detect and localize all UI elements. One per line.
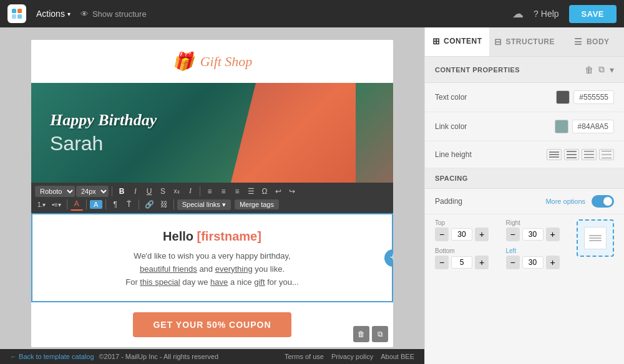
padding-bottom-group: Bottom − + xyxy=(435,247,500,269)
italic-button[interactable]: I xyxy=(129,186,142,197)
padding-top-increase[interactable]: + xyxy=(475,228,489,241)
more-options-link[interactable]: More options xyxy=(545,198,585,205)
bullet-list-button[interactable]: •≡▾ xyxy=(49,200,63,209)
text-color-swatch[interactable] xyxy=(556,90,570,104)
content-paragraph-3: For this special day we have a nice gift… xyxy=(57,276,367,289)
cta-area: GET YOUR 50% COUPON 🗑 ⧉ xyxy=(31,302,393,347)
unlink-button[interactable]: ⛓ xyxy=(158,199,170,210)
terms-link[interactable]: Terms of use xyxy=(285,353,324,360)
help-icon: ? xyxy=(534,9,539,19)
spacing-section-header: SPACING xyxy=(425,168,624,189)
svg-rect-8 xyxy=(567,154,577,155)
delete-section-button[interactable]: 🗑 xyxy=(585,64,593,75)
about-bee-link[interactable]: About BEE xyxy=(381,353,414,360)
save-button[interactable]: SAVE xyxy=(569,5,617,23)
bg-color-button[interactable]: A xyxy=(90,200,102,209)
text-color-row: Text color #555555 xyxy=(425,83,624,112)
link-color-swatch[interactable] xyxy=(555,120,568,133)
undo-button[interactable]: ↩ xyxy=(272,186,285,197)
padding-right-decrease[interactable]: − xyxy=(506,228,520,241)
toolbar-separator-5 xyxy=(105,199,106,209)
privacy-link[interactable]: Privacy policy xyxy=(331,353,373,360)
tab-content[interactable]: ⊞ CONTENT xyxy=(425,27,489,56)
show-structure-button[interactable]: 👁 Show structure xyxy=(80,9,147,19)
padding-values-area: Top − + Right − + xyxy=(425,214,624,274)
justify-button[interactable]: ☰ xyxy=(245,186,257,197)
padding-right-increase[interactable]: + xyxy=(546,228,560,241)
padding-left-decrease[interactable]: − xyxy=(506,256,520,269)
actions-button[interactable]: Actions ▾ xyxy=(36,9,71,19)
diagram-inner xyxy=(584,227,607,249)
padding-diagram xyxy=(577,219,614,257)
bold-button[interactable]: B xyxy=(115,186,128,197)
toolbar-separator xyxy=(112,186,112,196)
padding-bottom-input[interactable] xyxy=(451,256,472,269)
line-height-compact-button[interactable] xyxy=(547,149,562,160)
numbered-list-button[interactable]: 1.▾ xyxy=(35,200,48,209)
align-left-button[interactable]: ≡ xyxy=(203,186,216,197)
toolbar-separator-3 xyxy=(67,199,67,209)
font-size-select[interactable]: 24px xyxy=(76,186,109,197)
tab-structure[interactable]: ⊟ STRUCTURE xyxy=(489,27,560,56)
pilcrow-button[interactable]: ¶ xyxy=(109,199,122,210)
omega-button[interactable]: Ω xyxy=(258,186,271,197)
text-color-code[interactable]: #555555 xyxy=(573,90,614,104)
text-color-button[interactable]: A xyxy=(71,198,83,211)
panel-content: CONTENT PROPERTIES 🗑 ⧉ ▾ Text color #555… xyxy=(425,57,624,364)
cloud-icon[interactable]: ☁ xyxy=(512,7,524,21)
padding-right-input[interactable] xyxy=(522,228,544,241)
padding-top-input[interactable] xyxy=(451,228,472,241)
back-to-catalog-link[interactable]: ← Back to template catalog xyxy=(10,353,94,360)
line-height-loose-button[interactable] xyxy=(582,149,597,160)
toolbar-row-2: 1.▾ •≡▾ A A ¶ T̈ 🔗 ⛓ Special links ▾ Mer… xyxy=(35,198,389,211)
svg-rect-10 xyxy=(584,151,594,152)
tab-body[interactable]: ☰ BODY xyxy=(560,27,624,56)
pilcrow2-button[interactable]: T̈ xyxy=(123,199,135,210)
svg-rect-5 xyxy=(549,154,559,155)
padding-left-input[interactable] xyxy=(522,256,544,269)
padding-toggle[interactable] xyxy=(592,195,614,208)
padding-bottom-increase[interactable]: + xyxy=(475,256,489,269)
font-family-select[interactable]: Roboto xyxy=(35,186,75,197)
svg-rect-2 xyxy=(12,14,16,19)
copy-cta-button[interactable]: ⧉ xyxy=(372,326,388,342)
italic2-button[interactable]: I xyxy=(184,185,197,197)
line-height-very-loose-icon xyxy=(602,151,612,158)
cta-button[interactable]: GET YOUR 50% COUPON xyxy=(133,312,291,337)
tab-body-label: BODY xyxy=(587,37,610,46)
help-button[interactable]: ? Help xyxy=(534,9,559,19)
padding-top-decrease[interactable]: − xyxy=(435,228,449,241)
align-right-button[interactable]: ≡ xyxy=(231,186,243,197)
align-center-button[interactable]: ≡ xyxy=(217,186,230,197)
toolbar-separator-7 xyxy=(173,199,174,209)
toolbar-separator-2 xyxy=(200,186,200,196)
special-links-button[interactable]: Special links ▾ xyxy=(177,199,231,210)
line-height-very-loose-button[interactable] xyxy=(599,149,614,160)
padding-right-label: Right xyxy=(506,219,571,226)
content-paragraph-2: beautiful friends and everything you lik… xyxy=(57,263,367,276)
link-color-code[interactable]: #84A8A5 xyxy=(572,120,614,133)
padding-left-increase[interactable]: + xyxy=(546,256,560,269)
eye-icon: 👁 xyxy=(80,9,89,19)
birthday-line1: Happy Birthday xyxy=(50,111,374,130)
line-height-normal-button[interactable] xyxy=(564,149,579,160)
redo-button[interactable]: ↪ xyxy=(286,186,298,197)
merge-tags-button[interactable]: Merge tags xyxy=(235,199,279,209)
link-button[interactable]: 🔗 xyxy=(142,199,157,210)
gift-icon: 🎁 xyxy=(172,51,194,72)
padding-bottom-label: Bottom xyxy=(435,247,500,254)
subscript-button[interactable]: x₂ xyxy=(170,186,183,196)
text-content-block[interactable]: Hello [firstname] We'd like to wish you … xyxy=(31,213,393,302)
svg-rect-15 xyxy=(602,158,612,158)
padding-bottom-control: − + xyxy=(435,256,500,269)
delete-cta-button[interactable]: 🗑 xyxy=(353,326,369,342)
collapse-section-button[interactable]: ▾ xyxy=(610,64,614,75)
padding-bottom-decrease[interactable]: − xyxy=(435,256,449,269)
gift-shop-header: 🎁 Gift Shop xyxy=(31,40,393,83)
copy-section-button[interactable]: ⧉ xyxy=(598,64,605,75)
toolbar-separator-4 xyxy=(86,199,87,209)
add-content-button[interactable]: + xyxy=(384,249,393,267)
strikethrough-button[interactable]: S xyxy=(157,186,169,197)
underline-button[interactable]: U xyxy=(143,186,155,197)
actions-label: Actions xyxy=(36,9,65,19)
